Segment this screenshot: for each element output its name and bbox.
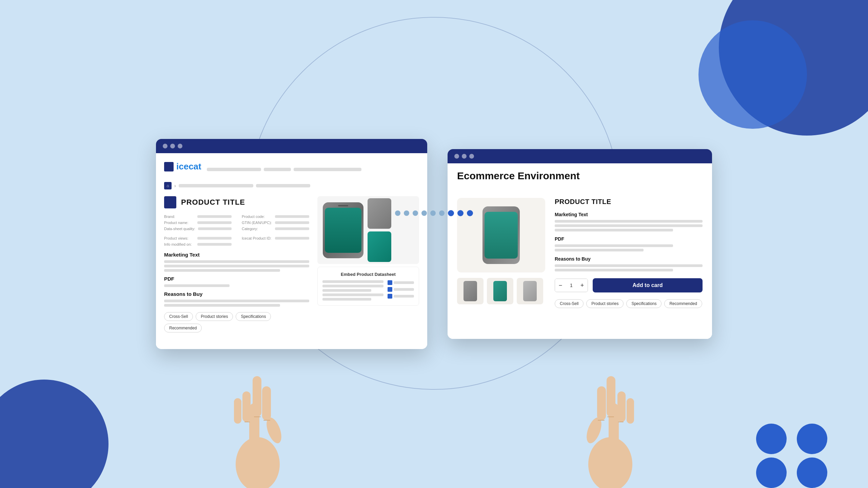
ecom-tag-cross-sell[interactable]: Cross-Sell	[555, 299, 584, 308]
meta-icecat-id: Icecat Product ID:	[242, 236, 309, 240]
ecom-product-images	[457, 198, 545, 329]
hand-left-svg	[224, 369, 292, 488]
pdf-content	[164, 284, 309, 287]
ecom-tag-specifications[interactable]: Specifications	[626, 299, 662, 308]
thumb-phone-3	[523, 281, 537, 301]
embed-icon-bar-1	[394, 281, 414, 284]
text-line	[164, 265, 309, 267]
product-title: PRODUCT TITLE	[181, 198, 245, 207]
ecom-tag-product-stories[interactable]: Product stories	[586, 299, 624, 308]
ecom-phone-image	[482, 206, 520, 264]
phone-thumbs	[368, 198, 391, 262]
dot-7-active	[448, 210, 454, 216]
quantity-control[interactable]: − 1 +	[555, 279, 588, 292]
meta-gtin: GTIN (EAN/UPC):	[242, 221, 309, 225]
titlebar-dot-1	[454, 154, 459, 159]
home-icon[interactable]: ⌂	[164, 182, 172, 189]
ecom-thumb-3[interactable]	[517, 278, 543, 304]
titlebar-dot-2	[170, 144, 175, 148]
right-titlebar	[448, 149, 712, 163]
embed-icon-bar-2	[394, 288, 414, 291]
datasheet-label: Data-sheet quality:	[164, 227, 195, 231]
text-line	[555, 249, 644, 251]
breadcrumb: ⌂ ›	[164, 182, 419, 189]
ecom-main-image	[457, 198, 545, 272]
embed-icon-row-2	[388, 287, 414, 292]
reasons-content	[164, 300, 309, 307]
text-line	[555, 244, 673, 247]
ecom-phone-screen	[485, 212, 518, 259]
dot-1	[395, 210, 400, 216]
add-to-cart-button[interactable]: Add to card	[593, 278, 703, 292]
ecom-tag-recommended[interactable]: Recommended	[664, 299, 702, 308]
breadcrumb-separator: ›	[174, 183, 176, 188]
svg-rect-3	[262, 386, 271, 420]
meta-info-modified: Info modified on:	[164, 242, 232, 246]
embed-box: Embed Product Datasheet	[317, 267, 419, 306]
tag-cross-sell[interactable]: Cross-Sell	[164, 312, 193, 321]
text-line	[322, 285, 383, 287]
icecat-id-label: Icecat Product ID:	[242, 236, 272, 240]
meta-product-views: Product views:	[164, 236, 232, 240]
icecat-window: icecat ⌂ ›	[156, 139, 427, 349]
product-name-value	[197, 221, 232, 224]
ecom-pdf-label: PDF	[555, 236, 703, 242]
text-line	[164, 260, 309, 263]
main-image-area	[317, 196, 419, 264]
meta-grid-2: Product views: Icecat Product ID: Info m…	[164, 236, 309, 246]
marketing-text-content	[164, 260, 309, 272]
marketing-text-title: Marketing Text	[164, 252, 309, 258]
dot-connector	[395, 210, 473, 216]
ecom-reasons-content	[555, 264, 703, 271]
ecom-pdf-content	[555, 244, 703, 251]
titlebar-dot-3	[178, 144, 182, 148]
quantity-increase-button[interactable]: +	[577, 279, 588, 292]
tag-recommended[interactable]: Recommended	[164, 324, 202, 332]
titlebar-dot-3	[469, 154, 474, 159]
ecom-thumb-1[interactable]	[457, 278, 484, 304]
svg-rect-5	[234, 398, 241, 424]
text-line	[322, 293, 383, 296]
ecommerce-env-label: Ecommerce Environment	[448, 163, 712, 182]
embed-icon-row-3	[388, 294, 414, 299]
product-code-value	[275, 215, 309, 218]
dot-4	[421, 210, 427, 216]
tags-row: Cross-Sell Product stories Specification…	[164, 312, 309, 332]
tag-specifications[interactable]: Specifications	[236, 312, 271, 321]
quantity-decrease-button[interactable]: −	[555, 279, 566, 292]
embed-icons	[388, 280, 414, 301]
text-line	[555, 269, 673, 271]
ecom-thumbs-row	[457, 278, 545, 304]
datasheet-value	[198, 227, 232, 230]
icecat-logo-icon	[164, 162, 174, 171]
svg-rect-12	[607, 376, 615, 417]
ecom-product-title: PRODUCT TITLE	[555, 198, 703, 206]
icecat-logo: icecat	[164, 161, 201, 172]
ecom-thumb-2[interactable]	[487, 278, 513, 304]
reasons-to-buy-title: Reasons to Buy	[164, 291, 309, 297]
dot-2	[404, 210, 409, 216]
text-line	[322, 289, 371, 292]
product-views-label: Product views:	[164, 236, 195, 240]
thumb-phone-1	[463, 281, 477, 301]
ecom-reasons-to-buy-label: Reasons to Buy	[555, 256, 703, 262]
dot-6	[439, 210, 445, 216]
text-line	[164, 269, 280, 272]
phone-thumb-1	[368, 198, 391, 229]
svg-rect-14	[617, 391, 626, 422]
icecat-window-body: icecat ⌂ ›	[156, 153, 427, 348]
product-images: Embed Product Datasheet	[317, 196, 419, 332]
ecom-marketing-text	[555, 220, 703, 231]
brand-value	[197, 215, 232, 218]
text-line	[555, 224, 703, 227]
tag-product-stories[interactable]: Product stories	[196, 312, 233, 321]
hand-right-svg	[576, 369, 644, 488]
product-icon	[164, 196, 176, 208]
ecom-tags-row: Cross-Sell Product stories Specification…	[555, 299, 703, 308]
add-to-cart-row: − 1 + Add to card	[555, 278, 703, 292]
product-name-label: Product name:	[164, 221, 195, 225]
embed-icon-3	[388, 294, 392, 299]
meta-category: Category:	[242, 227, 309, 231]
text-line	[322, 298, 371, 301]
embed-icon-2	[388, 287, 392, 292]
